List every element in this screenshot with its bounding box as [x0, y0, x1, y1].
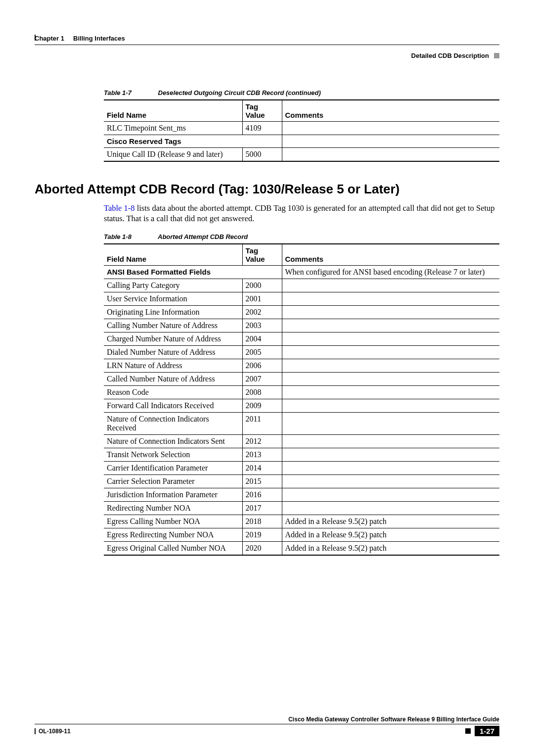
table-link[interactable]: Table 1-8 [104, 203, 135, 213]
th-tag: TagValue [242, 100, 282, 122]
table-row: Jurisdiction Information Parameter2016 [104, 488, 499, 501]
table-row: Calling Number Nature of Address2003 [104, 319, 499, 332]
table-7: Field Name TagValue Comments RLC Timepoi… [104, 99, 499, 162]
table-8-caption: Table 1-8 Aborted Attempt CDB Record [104, 233, 499, 240]
table-row: Egress Calling Number NOA2018Added in a … [104, 515, 499, 528]
table-section-row: Cisco Reserved Tags [104, 135, 499, 148]
table-section-row: ANSI Based Formatted FieldsWhen configur… [104, 265, 499, 279]
th-comments: Comments [282, 244, 499, 266]
table-row: Dialed Number Nature of Address2005 [104, 345, 499, 359]
table-row: LRN Nature of Address2006 [104, 359, 499, 372]
table-row: Unique Call ID (Release 9 and later)5000 [104, 148, 499, 162]
footer-doc: OL-1089-11 [39, 728, 71, 735]
header-bar-icon [35, 35, 36, 41]
table-row: Calling Party Category2000 [104, 279, 499, 292]
chapter-label: Chapter 1 [35, 35, 64, 42]
table-row: Nature of Connection Indicators Received… [104, 412, 499, 434]
table-row: Carrier Selection Parameter2015 [104, 474, 499, 488]
table-row: User Service Information2001 [104, 292, 499, 305]
page-header: Chapter 1 Billing Interfaces [35, 35, 499, 42]
table-row: Carrier Identification Parameter2014 [104, 461, 499, 474]
square-icon [494, 53, 499, 58]
footer-guide: Cisco Media Gateway Controller Software … [35, 716, 499, 724]
th-comments: Comments [282, 100, 499, 122]
chapter-title: Billing Interfaces [73, 35, 125, 42]
page-footer: Cisco Media Gateway Controller Software … [35, 716, 499, 736]
square-icon [465, 728, 471, 734]
table-row: Redirecting Number NOA2017 [104, 501, 499, 515]
table-row: Egress Redirecting Number NOA2019Added i… [104, 528, 499, 541]
table-row: RLC Timepoint Sent_ms4109 [104, 122, 499, 135]
table-7-caption: Table 1-7 Deselected Outgoing Circuit CD… [104, 89, 499, 96]
table-row: Egress Original Called Number NOA2020Add… [104, 541, 499, 555]
th-tag: TagValue [242, 244, 282, 266]
table-row: Charged Number Nature of Address2004 [104, 332, 499, 345]
table-row: Transit Network Selection2013 [104, 448, 499, 461]
th-field: Field Name [104, 244, 242, 266]
page-number: 1-27 [475, 726, 499, 736]
footer-bar-icon [35, 728, 36, 734]
table-row: Forward Call Indicators Received2009 [104, 399, 499, 412]
table-row: Reason Code2008 [104, 385, 499, 399]
intro-paragraph: Table 1-8 lists data about the aborted a… [104, 203, 499, 224]
table-8: Field Name TagValue Comments ANSI Based … [104, 243, 499, 556]
table-row: Called Number Nature of Address2007 [104, 372, 499, 385]
th-field: Field Name [104, 100, 242, 122]
section-heading: Aborted Attempt CDB Record (Tag: 1030/Re… [35, 182, 499, 197]
table-row: Nature of Connection Indicators Sent2012 [104, 434, 499, 448]
table-row: Originating Line Information2002 [104, 305, 499, 319]
section-label: Detailed CDB Description [411, 52, 489, 59]
